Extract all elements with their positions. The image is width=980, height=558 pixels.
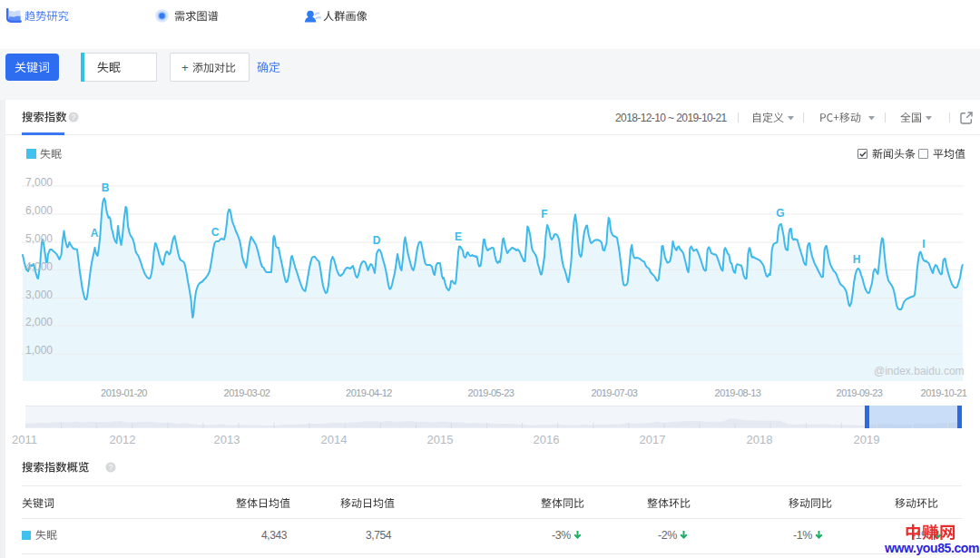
svg-text:?: ? <box>108 463 113 472</box>
